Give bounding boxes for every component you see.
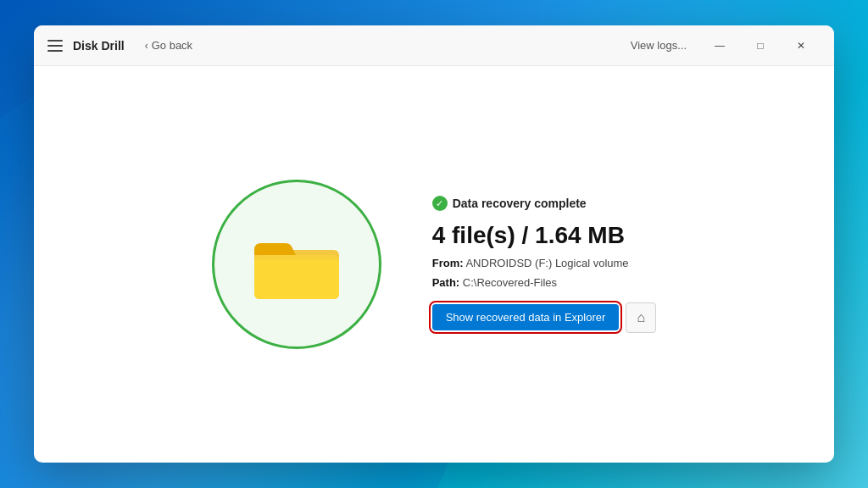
go-back-button[interactable]: ‹ Go back [138,36,199,55]
folder-icon [250,226,343,302]
window-controls: — □ ✕ [700,32,821,59]
path-row: Path: C:\Recovered-Files [432,276,657,289]
action-row: Show recovered data in Explorer ⌂ [432,302,657,333]
from-row: From: ANDROIDSD (F:) Logical volume [432,257,657,269]
home-button[interactable]: ⌂ [626,302,656,333]
go-back-label: Go back [152,39,192,52]
folder-illustration [212,180,381,349]
menu-icon[interactable] [47,40,63,52]
svg-rect-1 [254,255,339,299]
svg-rect-2 [254,255,339,260]
show-explorer-button[interactable]: Show recovered data in Explorer [432,304,620,330]
maximize-button[interactable]: □ [741,32,780,59]
app-window: Disk Drill ‹ Go back View logs... — □ ✕ [34,25,834,463]
path-label: Path: [432,276,460,289]
from-value: ANDROIDSD (F:) Logical volume [465,257,628,269]
app-title: Disk Drill [73,39,125,53]
main-content: ✓ Data recovery complete 4 file(s) / 1.6… [34,66,834,463]
from-label: From: [432,257,464,269]
status-row: ✓ Data recovery complete [432,196,657,211]
check-icon: ✓ [432,196,448,211]
title-bar: Disk Drill ‹ Go back View logs... — □ ✕ [34,25,834,66]
minimize-button[interactable]: — [700,32,739,59]
back-arrow-icon: ‹ [145,40,148,52]
close-button[interactable]: ✕ [782,32,821,59]
view-logs-button[interactable]: View logs... [624,36,693,55]
info-panel: ✓ Data recovery complete 4 file(s) / 1.6… [432,196,657,333]
path-value: C:\Recovered-Files [463,276,557,289]
status-text: Data recovery complete [453,197,587,210]
file-count: 4 file(s) / 1.64 MB [432,221,657,250]
home-icon: ⌂ [637,310,645,325]
